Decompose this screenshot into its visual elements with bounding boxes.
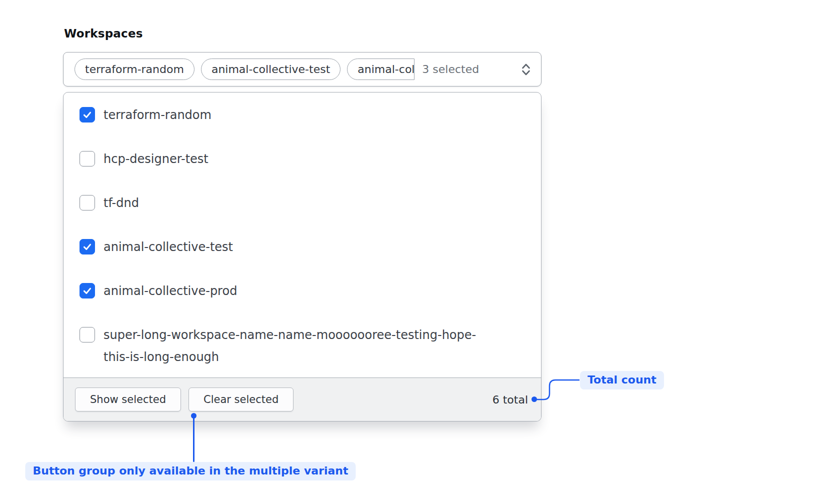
checkbox-unchecked-icon[interactable] — [80, 151, 95, 166]
selected-count-text: 3 selected — [422, 63, 479, 76]
selected-tag-clipped: animal-collective-prod — [347, 58, 414, 80]
option-label: tf-dnd — [104, 192, 139, 214]
listbox-footer: Show selected Clear selected 6 total — [64, 378, 541, 421]
checkbox-checked-icon[interactable] — [80, 107, 95, 122]
listbox-option[interactable]: animal-collective-test — [80, 225, 529, 269]
chevron-up-down-icon — [520, 62, 532, 78]
checkbox-checked-icon[interactable] — [80, 239, 95, 254]
selected-tag: animal-collective-test — [201, 58, 340, 80]
listbox-option[interactable]: super-long-workspace-name-name-moooooore… — [80, 313, 529, 379]
superselect-multiple-demo: Workspaces terraform-random animal-colle… — [0, 0, 836, 504]
multiselect-trigger[interactable]: terraform-random animal-collective-test … — [63, 52, 542, 86]
annotation-connector-line — [193, 418, 194, 462]
listbox-option[interactable]: tf-dnd — [80, 181, 529, 225]
checkbox-checked-icon[interactable] — [80, 283, 95, 298]
listbox-option[interactable]: animal-collective-prod — [80, 269, 529, 313]
listbox-options: terraform-random hcp-designer-test tf-dn… — [64, 93, 541, 379]
annotation-button-group: Button group only available in the multi… — [25, 462, 356, 480]
checkbox-unchecked-icon[interactable] — [80, 327, 95, 342]
listbox-panel: terraform-random hcp-designer-test tf-dn… — [63, 92, 542, 422]
listbox-option[interactable]: terraform-random — [80, 93, 529, 137]
checkbox-unchecked-icon[interactable] — [80, 195, 95, 210]
listbox-option[interactable]: hcp-designer-test — [80, 137, 529, 181]
option-label: animal-collective-test — [104, 236, 233, 258]
total-count-text: 6 total — [492, 394, 528, 406]
show-selected-button[interactable]: Show selected — [75, 388, 181, 412]
option-label: hcp-designer-test — [104, 148, 208, 170]
option-label: animal-collective-prod — [104, 280, 237, 302]
annotation-total-count: Total count — [580, 371, 664, 390]
annotation-connector-line — [529, 375, 581, 403]
option-label: super-long-workspace-name-name-moooooore… — [104, 324, 494, 368]
option-label: terraform-random — [104, 104, 212, 126]
clear-selected-button[interactable]: Clear selected — [188, 388, 294, 412]
field-label: Workspaces — [64, 27, 143, 40]
selected-tag: terraform-random — [74, 58, 194, 80]
